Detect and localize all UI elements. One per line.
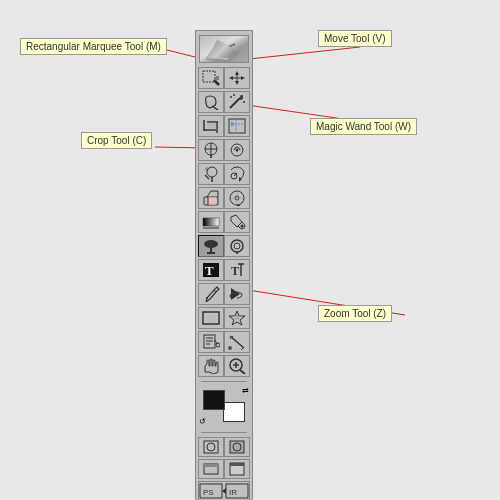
notes-tool[interactable] — [198, 331, 224, 353]
svg-line-56 — [237, 205, 240, 206]
svg-point-63 — [231, 240, 243, 252]
svg-point-85 — [228, 346, 232, 350]
annotation-zoom-tool: Zoom Tool (Z) — [318, 305, 392, 322]
svg-line-82 — [230, 336, 244, 348]
patch-tool[interactable] — [224, 139, 250, 161]
svg-marker-36 — [231, 121, 235, 127]
svg-rect-62 — [207, 252, 215, 254]
svg-rect-95 — [204, 464, 218, 467]
svg-point-72 — [206, 297, 208, 299]
svg-rect-75 — [206, 315, 216, 321]
dodge-tool[interactable] — [198, 235, 224, 257]
healing-brush-tool[interactable] — [198, 139, 224, 161]
move-tool[interactable] — [224, 67, 250, 89]
color-swatches: ↺ ⇄ — [199, 386, 249, 426]
rectangular-marquee-tool[interactable] — [198, 67, 224, 89]
toolbar-header — [198, 35, 250, 63]
vertical-type-tool[interactable]: T — [224, 259, 250, 281]
reset-colors-icon[interactable]: ↺ — [199, 417, 206, 426]
gradient-tool[interactable] — [198, 211, 224, 233]
jump-to-imageready-row: PS IR — [198, 481, 250, 500]
svg-marker-10 — [213, 79, 220, 86]
svg-point-59 — [241, 225, 244, 228]
background-eraser-tool[interactable] — [224, 187, 250, 209]
svg-point-27 — [233, 94, 235, 96]
history-brush-tool[interactable] — [224, 163, 250, 185]
foreground-color-swatch[interactable] — [203, 390, 225, 410]
svg-text:T: T — [205, 263, 214, 278]
svg-point-25 — [230, 96, 232, 98]
svg-marker-100 — [222, 488, 226, 494]
svg-line-19 — [212, 106, 218, 110]
blur-tool[interactable] — [224, 235, 250, 257]
tools-panel: T T — [195, 30, 253, 500]
svg-point-41 — [236, 149, 239, 152]
slice-tool[interactable] — [224, 115, 250, 137]
color-swatches-row: ↺ ⇄ — [198, 386, 250, 428]
svg-line-87 — [240, 370, 245, 374]
tool-row-6 — [198, 187, 250, 209]
svg-rect-50 — [208, 197, 216, 205]
svg-point-91 — [207, 443, 215, 451]
tool-row-1 — [198, 67, 250, 89]
standard-mode-button[interactable] — [198, 437, 224, 457]
zoom-tool[interactable] — [224, 355, 250, 377]
svg-line-71 — [214, 290, 216, 292]
hand-tool[interactable] — [198, 355, 224, 377]
type-tool[interactable]: T — [198, 259, 224, 281]
svg-line-1 — [240, 47, 360, 60]
paint-bucket-tool[interactable] — [224, 211, 250, 233]
lasso-tool[interactable] — [198, 91, 224, 113]
crop-tool[interactable] — [198, 115, 224, 137]
tool-row-7 — [198, 211, 250, 233]
pen-tool[interactable] — [198, 283, 224, 305]
svg-point-26 — [243, 101, 245, 103]
clone-stamp-tool[interactable] — [198, 163, 224, 185]
svg-rect-97 — [230, 463, 244, 466]
tool-row-9: T T — [198, 259, 250, 281]
annotation-rectangular-marquee: Rectangular Marquee Tool (M) — [20, 38, 167, 55]
svg-rect-57 — [203, 218, 219, 226]
measure-tool[interactable] — [224, 331, 250, 353]
quick-mask-row — [198, 437, 250, 457]
annotation-magic-wand: Magic Wand Tool (W) — [310, 118, 417, 135]
tool-row-8 — [198, 235, 250, 257]
tool-row-5 — [198, 163, 250, 185]
standard-screen-mode[interactable] — [198, 459, 224, 479]
svg-point-64 — [234, 243, 240, 249]
tool-row-11 — [198, 307, 250, 329]
custom-shape-tool[interactable] — [224, 307, 250, 329]
full-screen-menu-mode[interactable] — [224, 459, 250, 479]
annotation-move-tool: Move Tool (V) — [318, 30, 392, 47]
jump-imageready-button[interactable]: PS IR — [198, 481, 250, 500]
svg-line-20 — [230, 98, 240, 108]
magic-wand-tool[interactable] — [224, 91, 250, 113]
tool-row-2 — [198, 91, 250, 113]
svg-rect-32 — [207, 122, 217, 130]
svg-text:PS: PS — [203, 488, 214, 497]
screen-mode-row — [198, 459, 250, 479]
svg-point-44 — [205, 167, 209, 171]
swap-colors-icon[interactable]: ⇄ — [242, 386, 249, 395]
annotation-crop-tool: Crop Tool (C) — [81, 132, 152, 149]
tool-row-3 — [198, 115, 250, 137]
svg-point-60 — [204, 240, 218, 248]
background-color-swatch[interactable] — [223, 402, 245, 422]
tool-row-4 — [198, 139, 250, 161]
toolbar-separator-1 — [201, 381, 248, 382]
svg-text:T: T — [231, 264, 239, 278]
quick-mask-button[interactable] — [224, 437, 250, 457]
svg-text:IR: IR — [229, 488, 237, 497]
rectangle-shape-tool[interactable] — [198, 307, 224, 329]
tool-row-13 — [198, 355, 250, 377]
path-selection-tool[interactable] — [224, 283, 250, 305]
svg-rect-9 — [203, 71, 215, 82]
tool-row-12 — [198, 331, 250, 353]
eraser-tool[interactable] — [198, 187, 224, 209]
tool-row-10 — [198, 283, 250, 305]
toolbar-separator-2 — [201, 432, 248, 433]
toolbar-logo — [199, 35, 249, 63]
